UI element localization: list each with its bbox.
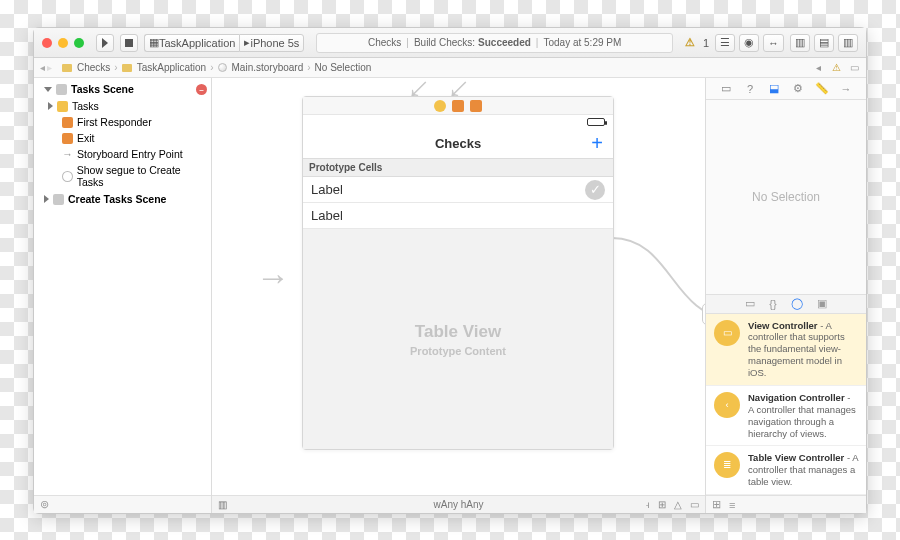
toggle-navigator-button[interactable]: ▥ xyxy=(790,34,810,52)
minimize-icon[interactable] xyxy=(58,38,68,48)
jump-0[interactable]: Checks xyxy=(77,62,110,73)
quickhelp-tab-icon[interactable]: ? xyxy=(743,82,757,96)
close-icon[interactable] xyxy=(42,38,52,48)
outline-item-exit[interactable]: Exit xyxy=(34,130,211,146)
run-button[interactable] xyxy=(96,34,114,52)
jump-back-icon[interactable]: ◂ xyxy=(40,62,45,73)
disclosure-icon[interactable] xyxy=(44,195,49,203)
storyboard-canvas[interactable]: ↓ ↓ → ▦ Checks + xyxy=(212,78,706,513)
scheme-target-label: TaskApplication xyxy=(159,37,235,49)
stop-button[interactable] xyxy=(120,34,138,52)
utilities-panel: ▭ ? ⬓ ⚙ 📏 → No Selection ▭ {} ◯ ▣ ▭ View… xyxy=(706,78,866,513)
assistant-editor-button[interactable]: ◉ xyxy=(739,34,759,52)
jump-bar[interactable]: ◂ ▸ Checks › TaskApplication › Main.stor… xyxy=(34,58,866,78)
attributes-inspector-tab-icon[interactable]: ⚙ xyxy=(791,82,805,96)
object-library-tab-icon[interactable]: ◯ xyxy=(791,297,803,310)
nav-title[interactable]: Checks xyxy=(435,136,481,151)
disclosure-icon[interactable] xyxy=(44,87,52,92)
item-label: Show segue to Create Tasks xyxy=(77,164,207,188)
document-outline: Tasks Scene – Tasks First Responder Exit xyxy=(34,78,212,513)
object-library: ▭ View Controller - A controller that su… xyxy=(706,314,866,496)
item-label: Exit xyxy=(77,132,95,144)
scene-label: Tasks Scene xyxy=(71,83,134,95)
activity-status: Succeeded xyxy=(478,37,531,48)
size-inspector-tab-icon[interactable]: 📏 xyxy=(815,82,829,96)
first-responder-dock-icon[interactable] xyxy=(452,100,464,112)
offscreen-scene-icon[interactable]: ▦ xyxy=(702,303,706,325)
tablevc-lib-icon: ≣ xyxy=(714,452,740,478)
outline-toggle-icon[interactable]: ◂ xyxy=(812,62,824,74)
toggle-debug-button[interactable]: ▤ xyxy=(814,34,834,52)
panel-toggle-group: ▥ ▤ ▥ xyxy=(790,34,858,52)
prototype-cell[interactable]: Label ✓ xyxy=(303,177,613,203)
media-library-tab-icon[interactable]: ▣ xyxy=(817,297,827,310)
lib-title: View Controller xyxy=(748,320,818,331)
scene-label: Create Tasks Scene xyxy=(68,193,166,205)
jump-1[interactable]: TaskApplication xyxy=(137,62,206,73)
version-editor-button[interactable]: ↔ xyxy=(763,34,784,52)
library-item-tablevc[interactable]: ≣ Table View Controller - A controller t… xyxy=(706,446,866,495)
jump-fwd-icon[interactable]: ▸ xyxy=(47,62,52,73)
connections-inspector-tab-icon[interactable]: → xyxy=(839,82,853,96)
list-view-icon[interactable]: ≡ xyxy=(729,499,735,511)
disclosure-icon[interactable] xyxy=(48,102,53,110)
scheme-device[interactable]: ▸ iPhone 5s xyxy=(239,34,304,52)
table-view-placeholder[interactable]: Table View Prototype Content xyxy=(303,229,613,449)
warning-icon[interactable]: ⚠ xyxy=(685,36,695,49)
scheme-selector[interactable]: ▦ TaskApplication ▸ iPhone 5s xyxy=(144,34,304,52)
jump-2[interactable]: Main.storyboard xyxy=(232,62,304,73)
lib-title: Table View Controller xyxy=(748,452,844,463)
activity-time: Today at 5:29 PM xyxy=(543,37,621,48)
outline-item-segue[interactable]: Show segue to Create Tasks xyxy=(34,162,211,190)
scene-create-tasks[interactable]: Create Tasks Scene xyxy=(34,190,211,208)
resolve-issues-icon[interactable]: △ xyxy=(674,499,682,510)
navcontroller-lib-icon: ‹ xyxy=(714,392,740,418)
stop-icon xyxy=(125,39,133,47)
inspector-tabs[interactable]: ▭ ? ⬓ ⚙ 📏 → xyxy=(706,78,866,100)
outline-item-entry-point[interactable]: → Storyboard Entry Point xyxy=(34,146,211,162)
jump-3[interactable]: No Selection xyxy=(315,62,372,73)
zoom-icon[interactable] xyxy=(74,38,84,48)
outline-toggle-icon[interactable]: ▥ xyxy=(218,499,227,510)
window-controls xyxy=(42,38,84,48)
scheme-target[interactable]: ▦ TaskApplication xyxy=(144,34,239,52)
viewcontroller-dock-icon[interactable] xyxy=(434,100,446,112)
cell-label: Label xyxy=(311,208,343,223)
filter-icon[interactable]: ⊚ xyxy=(40,498,49,511)
exit-dock-icon[interactable] xyxy=(470,100,482,112)
code-snippet-tab-icon[interactable]: {} xyxy=(769,298,776,310)
library-item-view-controller[interactable]: ▭ View Controller - A controller that su… xyxy=(706,314,866,386)
align-tool-icon[interactable]: ⫞ xyxy=(645,499,650,510)
size-class-control[interactable]: wAny hAny xyxy=(433,499,483,510)
segue-connection-icon xyxy=(612,178,706,378)
activity-action: Build Checks: xyxy=(414,37,475,48)
inspector-empty: No Selection xyxy=(706,100,866,294)
scene-icon xyxy=(53,194,64,205)
outline-item-tasks[interactable]: Tasks xyxy=(34,98,211,114)
exit-icon xyxy=(62,133,73,144)
scene-view[interactable]: Checks + Prototype Cells Label ✓ Label T… xyxy=(302,96,614,450)
identity-inspector-tab-icon[interactable]: ⬓ xyxy=(767,82,781,96)
activity-viewer: Checks | Build Checks: Succeeded | Today… xyxy=(316,33,673,53)
scene-tasks[interactable]: Tasks Scene – xyxy=(34,80,211,98)
warning-jump-icon[interactable]: ⚠ xyxy=(830,62,842,74)
first-responder-icon xyxy=(62,117,73,128)
navigation-bar[interactable]: Checks + xyxy=(303,129,613,159)
grid-view-icon[interactable]: ⊞ xyxy=(712,498,721,511)
file-inspector-tab-icon[interactable]: ▭ xyxy=(719,82,733,96)
library-item-navigation-controller[interactable]: ‹ Navigation Controller - A controller t… xyxy=(706,386,866,447)
prototype-cell[interactable]: Label xyxy=(303,203,613,229)
resizing-tool-icon[interactable]: ▭ xyxy=(690,499,699,510)
activity-project: Checks xyxy=(368,37,401,48)
file-template-tab-icon[interactable]: ▭ xyxy=(745,297,755,310)
related-items-icon[interactable]: ▭ xyxy=(848,62,860,74)
error-badge-icon[interactable]: – xyxy=(196,84,207,95)
outline-item-first-responder[interactable]: First Responder xyxy=(34,114,211,130)
scene-dock[interactable] xyxy=(303,97,613,115)
library-tabs[interactable]: ▭ {} ◯ ▣ xyxy=(706,294,866,314)
toggle-inspector-button[interactable]: ▥ xyxy=(838,34,858,52)
item-label: First Responder xyxy=(77,116,152,128)
standard-editor-button[interactable]: ☰ xyxy=(715,34,735,52)
add-button[interactable]: + xyxy=(591,132,603,155)
pin-tool-icon[interactable]: ⊞ xyxy=(658,499,666,510)
